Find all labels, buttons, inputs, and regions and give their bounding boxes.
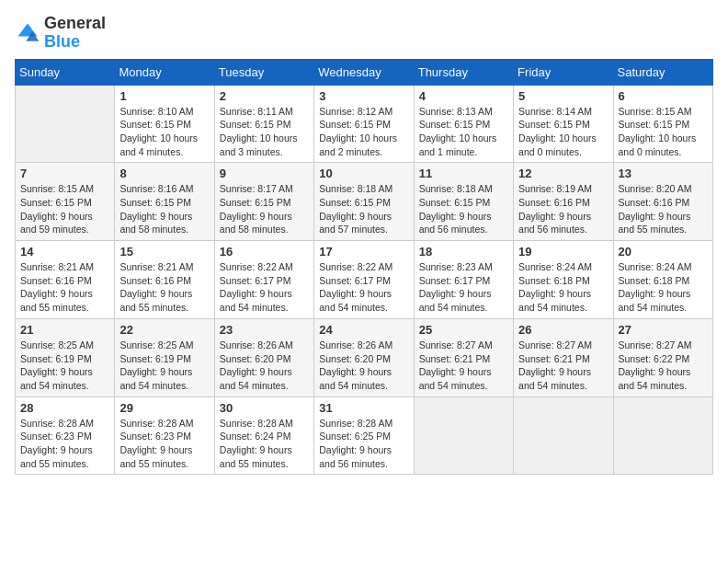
daylight-label: Daylight: 10 hours and 1 minute. (419, 132, 497, 157)
sunset-label: Sunset: 6:15 PM (119, 119, 191, 130)
sunset-label: Sunset: 6:25 PM (319, 431, 391, 442)
daylight-label: Daylight: 9 hours and 54 minutes. (518, 288, 591, 313)
calendar-cell (414, 396, 513, 475)
sunrise-label: Sunrise: 8:24 AM (518, 261, 592, 272)
calendar-week: 21 Sunrise: 8:25 AM Sunset: 6:19 PM Dayl… (16, 318, 713, 396)
day-number: 25 (419, 323, 508, 337)
calendar-cell: 29 Sunrise: 8:28 AM Sunset: 6:23 PM Dayl… (115, 396, 214, 475)
calendar-week: 7 Sunrise: 8:15 AM Sunset: 6:15 PM Dayli… (16, 163, 713, 241)
daylight-label: Daylight: 10 hours and 4 minutes. (119, 132, 198, 157)
calendar-cell: 24 Sunrise: 8:26 AM Sunset: 6:20 PM Dayl… (314, 318, 414, 396)
calendar-cell: 14 Sunrise: 8:21 AM Sunset: 6:16 PM Dayl… (16, 241, 115, 319)
day-info: Sunrise: 8:10 AM Sunset: 6:15 PM Dayligh… (119, 105, 209, 159)
day-number: 23 (220, 323, 309, 337)
calendar-cell: 18 Sunrise: 8:23 AM Sunset: 6:17 PM Dayl… (414, 241, 513, 319)
sunrise-label: Sunrise: 8:28 AM (119, 418, 193, 429)
sunset-label: Sunset: 6:19 PM (119, 353, 191, 364)
sunrise-label: Sunrise: 8:21 AM (20, 261, 94, 272)
calendar-cell (514, 396, 613, 475)
sunrise-label: Sunrise: 8:28 AM (20, 418, 94, 429)
day-info: Sunrise: 8:24 AM Sunset: 6:18 PM Dayligh… (518, 260, 608, 315)
daylight-label: Daylight: 9 hours and 55 minutes. (619, 211, 691, 236)
day-number: 22 (119, 323, 209, 337)
logo-text: General Blue (44, 15, 106, 52)
sunrise-label: Sunrise: 8:21 AM (119, 261, 193, 272)
day-info: Sunrise: 8:28 AM Sunset: 6:23 PM Dayligh… (20, 417, 109, 471)
calendar-cell: 4 Sunrise: 8:13 AM Sunset: 6:15 PM Dayli… (414, 85, 513, 163)
sunrise-label: Sunrise: 8:17 AM (220, 183, 293, 194)
sunrise-label: Sunrise: 8:19 AM (518, 183, 592, 194)
sunrise-label: Sunrise: 8:14 AM (518, 106, 592, 117)
calendar-cell: 8 Sunrise: 8:16 AM Sunset: 6:15 PM Dayli… (115, 163, 214, 241)
day-number: 12 (518, 167, 608, 180)
day-info: Sunrise: 8:22 AM Sunset: 6:17 PM Dayligh… (220, 260, 309, 315)
sunrise-label: Sunrise: 8:26 AM (220, 339, 293, 350)
sunset-label: Sunset: 6:16 PM (20, 275, 92, 286)
calendar-cell: 23 Sunrise: 8:26 AM Sunset: 6:20 PM Dayl… (214, 318, 313, 396)
sunrise-label: Sunrise: 8:15 AM (619, 106, 692, 117)
day-info: Sunrise: 8:21 AM Sunset: 6:16 PM Dayligh… (20, 260, 109, 315)
sunrise-label: Sunrise: 8:22 AM (220, 261, 293, 272)
day-number: 9 (220, 167, 309, 180)
sunset-label: Sunset: 6:20 PM (220, 353, 291, 364)
calendar-cell: 6 Sunrise: 8:15 AM Sunset: 6:15 PM Dayli… (613, 85, 712, 163)
sunrise-label: Sunrise: 8:27 AM (419, 339, 493, 350)
day-number: 28 (20, 401, 109, 415)
day-info: Sunrise: 8:27 AM Sunset: 6:21 PM Dayligh… (518, 339, 608, 393)
daylight-label: Daylight: 9 hours and 58 minutes. (220, 211, 292, 236)
day-number: 15 (119, 245, 209, 259)
daylight-label: Daylight: 9 hours and 54 minutes. (619, 288, 691, 313)
sunrise-label: Sunrise: 8:15 AM (20, 183, 94, 194)
day-info: Sunrise: 8:17 AM Sunset: 6:15 PM Dayligh… (220, 182, 309, 236)
calendar-cell: 13 Sunrise: 8:20 AM Sunset: 6:16 PM Dayl… (613, 163, 712, 241)
calendar-cell (613, 396, 712, 475)
sunrise-label: Sunrise: 8:22 AM (319, 261, 392, 272)
day-number: 3 (319, 89, 408, 103)
daylight-label: Daylight: 9 hours and 54 minutes. (518, 366, 591, 391)
calendar-cell: 12 Sunrise: 8:19 AM Sunset: 6:16 PM Dayl… (514, 163, 613, 241)
sunset-label: Sunset: 6:18 PM (518, 275, 590, 286)
page-header: General Blue (15, 15, 713, 52)
calendar-cell: 30 Sunrise: 8:28 AM Sunset: 6:24 PM Dayl… (214, 396, 313, 475)
day-info: Sunrise: 8:20 AM Sunset: 6:16 PM Dayligh… (619, 182, 708, 236)
logo-icon (15, 20, 40, 46)
daylight-label: Daylight: 9 hours and 54 minutes. (619, 366, 691, 391)
calendar-week: 14 Sunrise: 8:21 AM Sunset: 6:16 PM Dayl… (16, 241, 713, 319)
day-info: Sunrise: 8:22 AM Sunset: 6:17 PM Dayligh… (319, 260, 408, 315)
daylight-label: Daylight: 9 hours and 54 minutes. (419, 366, 492, 391)
logo: General Blue (15, 15, 106, 52)
sunset-label: Sunset: 6:18 PM (619, 275, 690, 286)
day-info: Sunrise: 8:18 AM Sunset: 6:15 PM Dayligh… (419, 182, 508, 236)
daylight-label: Daylight: 9 hours and 56 minutes. (319, 444, 392, 469)
sunset-label: Sunset: 6:15 PM (220, 119, 291, 130)
sunrise-label: Sunrise: 8:16 AM (119, 183, 193, 194)
sunset-label: Sunset: 6:21 PM (518, 353, 590, 364)
day-info: Sunrise: 8:28 AM Sunset: 6:23 PM Dayligh… (119, 417, 209, 471)
day-number: 11 (419, 167, 508, 180)
calendar-table: SundayMondayTuesdayWednesdayThursdayFrid… (15, 59, 713, 476)
sunset-label: Sunset: 6:22 PM (619, 353, 690, 364)
sunrise-label: Sunrise: 8:24 AM (619, 261, 692, 272)
day-info: Sunrise: 8:12 AM Sunset: 6:15 PM Dayligh… (319, 105, 408, 159)
day-info: Sunrise: 8:25 AM Sunset: 6:19 PM Dayligh… (20, 339, 109, 393)
day-number: 2 (220, 89, 309, 103)
calendar-cell: 16 Sunrise: 8:22 AM Sunset: 6:17 PM Dayl… (214, 241, 313, 319)
day-info: Sunrise: 8:24 AM Sunset: 6:18 PM Dayligh… (619, 260, 708, 315)
sunset-label: Sunset: 6:21 PM (419, 353, 491, 364)
daylight-label: Daylight: 9 hours and 54 minutes. (220, 288, 292, 313)
sunset-label: Sunset: 6:16 PM (619, 197, 690, 208)
day-number: 14 (20, 245, 109, 259)
sunset-label: Sunset: 6:15 PM (419, 119, 491, 130)
sunrise-label: Sunrise: 8:27 AM (619, 339, 692, 350)
calendar-cell: 22 Sunrise: 8:25 AM Sunset: 6:19 PM Dayl… (115, 318, 214, 396)
day-info: Sunrise: 8:23 AM Sunset: 6:17 PM Dayligh… (419, 260, 508, 315)
calendar-cell: 20 Sunrise: 8:24 AM Sunset: 6:18 PM Dayl… (613, 241, 712, 319)
day-number: 1 (119, 89, 209, 103)
day-number: 21 (20, 323, 109, 337)
day-number: 31 (319, 401, 408, 415)
day-info: Sunrise: 8:11 AM Sunset: 6:15 PM Dayligh… (220, 105, 309, 159)
calendar-cell: 25 Sunrise: 8:27 AM Sunset: 6:21 PM Dayl… (414, 318, 513, 396)
day-number: 30 (220, 401, 309, 415)
calendar-cell: 9 Sunrise: 8:17 AM Sunset: 6:15 PM Dayli… (214, 163, 313, 241)
sunrise-label: Sunrise: 8:10 AM (119, 106, 193, 117)
